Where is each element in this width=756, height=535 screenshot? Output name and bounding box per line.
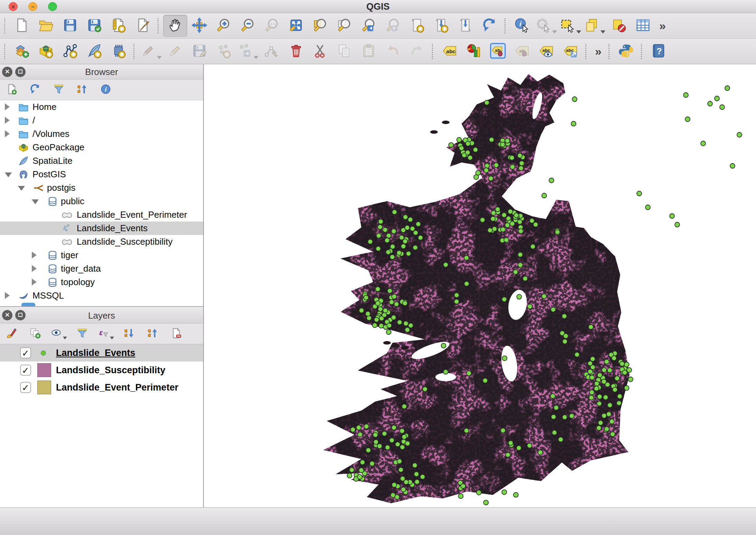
expand-arrow-icon[interactable]: [5, 103, 10, 110]
python-console-button[interactable]: [614, 40, 638, 63]
layer-visibility-checkbox[interactable]: ✓: [20, 382, 31, 393]
expand-arrow-icon[interactable]: [5, 117, 10, 124]
pin-labels-button[interactable]: ab: [486, 40, 510, 63]
undo-button[interactable]: [381, 40, 405, 63]
deselect-features-button[interactable]: [607, 15, 631, 37]
new-geopackage-layer-button[interactable]: [34, 40, 58, 63]
browser-refresh-button[interactable]: [28, 83, 42, 97]
copy-features-button[interactable]: [332, 40, 357, 63]
layer-visibility-checkbox[interactable]: ✓: [20, 347, 31, 358]
zoom-to-selection-button[interactable]: [308, 15, 332, 37]
new-spatialite-layer-button[interactable]: [82, 40, 106, 63]
pan-to-selection-button[interactable]: [187, 15, 211, 37]
project-new-button[interactable]: [10, 15, 34, 37]
zoom-to-layer-button[interactable]: [332, 15, 357, 37]
expand-arrow-icon[interactable]: [32, 279, 37, 285]
browser-item-spatialite[interactable]: SpatiaLite: [0, 154, 203, 168]
add-feature-button[interactable]: [211, 40, 236, 63]
redo-button[interactable]: [405, 40, 429, 63]
toggle-editing-button[interactable]: [163, 40, 187, 63]
vertex-tool-button[interactable]: [260, 40, 284, 63]
toolbar-overflow-button[interactable]: »: [655, 19, 670, 32]
layout-manager-button[interactable]: [131, 15, 155, 37]
zoom-native-button[interactable]: 1:1: [260, 15, 284, 37]
unpin-labels-button[interactable]: ab: [510, 40, 534, 63]
browser-item--[interactable]: /: [0, 114, 203, 127]
browser-item-home[interactable]: Home: [0, 100, 203, 114]
help-contents-button[interactable]: ?: [646, 40, 671, 63]
zoom-out-button[interactable]: [236, 15, 260, 37]
collapse-arrow-icon[interactable]: [5, 172, 12, 177]
browser-item-landslide-events[interactable]: Landslide_Events: [0, 222, 203, 235]
browser-item-tiger[interactable]: tiger: [0, 248, 203, 262]
show-bookmarks-button[interactable]: [429, 15, 453, 37]
expand-arrow-icon[interactable]: [5, 130, 10, 137]
zoom-in-button[interactable]: [211, 15, 236, 37]
project-save-button[interactable]: [58, 15, 82, 37]
browser-item-geopackage[interactable]: GeoPackage: [0, 141, 203, 154]
expand-arrow-icon[interactable]: [32, 265, 37, 272]
layer-row-landslide_event_perimeter[interactable]: ✓Landslide_Event_Perimeter: [0, 379, 203, 396]
add-selected-layers-button[interactable]: [5, 83, 19, 97]
filter-legend-button[interactable]: [75, 327, 89, 341]
run-feature-action-button[interactable]: [534, 15, 558, 37]
properties-info-button[interactable]: i: [99, 83, 113, 97]
bookmark-panel-button[interactable]: [453, 15, 478, 37]
save-layer-edits-button[interactable]: [187, 40, 211, 63]
pan-map-button[interactable]: [163, 15, 187, 37]
layer-diagram-button[interactable]: [462, 40, 486, 63]
toolbar-overflow-button[interactable]: »: [591, 45, 606, 58]
filter-expression-button[interactable]: ε: [99, 327, 113, 341]
zoom-last-button[interactable]: [357, 15, 381, 37]
collapse-all-button[interactable]: [75, 83, 89, 97]
attribute-table-button[interactable]: [631, 15, 655, 37]
style-manager-button[interactable]: [5, 327, 19, 341]
layer-labeling-button[interactable]: abc: [437, 40, 462, 63]
browser-item-postgis[interactable]: postgis: [0, 181, 203, 195]
new-print-layout-button[interactable]: [106, 15, 131, 37]
add-group-button[interactable]: [28, 327, 42, 341]
layer-row-landslide_events[interactable]: ✓Landslide_Events: [0, 344, 203, 362]
toolbar-drag-handle[interactable]: [4, 18, 6, 34]
browser-item-mssql[interactable]: MSSQL: [0, 289, 203, 302]
remove-layer-button[interactable]: [169, 327, 183, 341]
identify-features-button[interactable]: i: [510, 15, 534, 37]
project-save-as-button[interactable]: [82, 15, 106, 37]
show-hide-labels-button[interactable]: abc: [534, 40, 558, 63]
collapse-arrow-icon[interactable]: [32, 199, 39, 204]
browser-item-postgis[interactable]: PostGIS: [0, 168, 203, 181]
move-feature-button[interactable]: [236, 40, 260, 63]
collapse-all-button[interactable]: [146, 327, 160, 341]
toolbar-drag-handle[interactable]: [4, 44, 6, 59]
browser-filter-button[interactable]: [52, 83, 66, 97]
collapse-arrow-icon[interactable]: [18, 186, 25, 191]
new-bookmark-button[interactable]: [405, 15, 429, 37]
current-edits-button[interactable]: [139, 40, 163, 63]
expand-arrow-icon[interactable]: [5, 292, 10, 299]
browser-item-topology[interactable]: topology: [0, 275, 203, 289]
layer-visibility-checkbox[interactable]: ✓: [20, 365, 31, 376]
data-source-manager-button[interactable]: [10, 40, 34, 63]
zoom-next-button[interactable]: [381, 15, 405, 37]
project-open-button[interactable]: [34, 15, 58, 37]
expand-arrow-icon[interactable]: [32, 252, 37, 259]
move-label-button[interactable]: abc: [558, 40, 583, 63]
paste-features-button[interactable]: [357, 40, 381, 63]
cut-features-button[interactable]: [308, 40, 332, 63]
new-shapefile-layer-button[interactable]: [58, 40, 82, 63]
new-virtual-layer-button[interactable]: [106, 40, 131, 63]
browser-item-landslide-susceptibility[interactable]: Landslide_Susceptibility: [0, 235, 203, 248]
layer-row-landslide_susceptibility[interactable]: ✓Landslide_Susceptibility: [0, 362, 203, 379]
manage-visibility-button[interactable]: [52, 327, 66, 341]
browser-item-landslide-event-perimeter[interactable]: Landslide_Event_Perimeter: [0, 208, 203, 222]
zoom-full-button[interactable]: [284, 15, 308, 37]
delete-selected-button[interactable]: [284, 40, 308, 63]
refresh-map-button[interactable]: [478, 15, 502, 37]
browser-item-tiger-data[interactable]: tiger_data: [0, 262, 203, 275]
select-features-button[interactable]: [558, 15, 583, 37]
expand-all-button[interactable]: [122, 327, 136, 341]
browser-item-public[interactable]: public: [0, 195, 203, 208]
map-canvas[interactable]: [204, 64, 756, 507]
browser-item--volumes[interactable]: /Volumes: [0, 127, 203, 141]
select-by-value-button[interactable]: [583, 15, 607, 37]
